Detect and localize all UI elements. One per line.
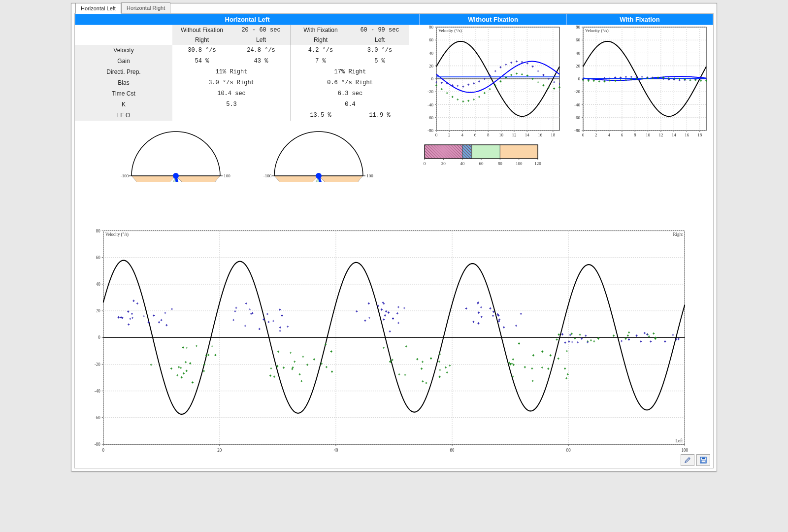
summary-title: Horizontal Left [75,14,420,25]
svg-text:0: 0 [435,133,438,137]
svg-text:60: 60 [450,448,455,453]
svg-rect-107 [472,145,500,159]
gauges: -100-75-50-250255075100 -100-75-50-25025… [75,123,420,182]
edit-button[interactable] [681,454,694,466]
svg-text:40: 40 [96,282,100,287]
tab-bar: Horizontal Left Horizontal Right [75,2,170,13]
svg-rect-108 [500,145,538,159]
val-k2: 0.4 [291,99,410,110]
svg-text:20: 20 [441,161,446,166]
hdr-f-range: 60 - 99 sec [350,25,409,35]
big-plot: -80-60-40-20020406080020406080100Velocit… [84,228,704,457]
row-k: K [75,99,172,110]
svg-text:Velocity (°/s): Velocity (°/s) [438,28,462,33]
svg-text:-100: -100 [263,173,272,178]
row-bias: Bias [75,77,172,88]
svg-text:0: 0 [98,335,100,340]
svg-text:-20: -20 [427,89,433,94]
svg-text:-80: -80 [95,442,100,447]
save-button[interactable] [696,454,710,466]
hdr-left-1: Left [231,35,291,45]
tab-horizontal-left[interactable]: Horizontal Left [75,3,121,14]
svg-text:80: 80 [429,25,434,30]
mini-without: Without Fixation -80-60-40-2002040608002… [420,14,566,182]
svg-text:8: 8 [634,133,636,137]
svg-text:100: 100 [366,173,373,178]
val-bias1: 3.0 °/s Right [172,77,291,88]
footer-toolbar [681,454,710,466]
svg-rect-106 [462,145,472,159]
svg-text:40: 40 [333,448,338,453]
hdr-left-2: Left [350,35,409,45]
svg-text:6: 6 [621,133,624,137]
svg-text:-60: -60 [574,115,580,120]
val-bias2: 0.6 °/s Right [291,77,410,88]
floppy-icon [700,457,707,464]
svg-text:80: 80 [566,448,571,453]
svg-text:-60: -60 [95,415,100,420]
svg-text:Right: Right [673,232,683,237]
gauge-with: -100-75-50-250255075100 [257,123,380,182]
svg-text:-20: -20 [95,362,100,366]
svg-rect-104 [425,145,462,159]
gauge-without: -100-75-50-250255075100 [114,123,237,182]
svg-text:-40: -40 [574,102,580,107]
svg-text:0: 0 [582,133,585,137]
val-vel-l1: 24.8 °/s [231,45,291,56]
svg-text:16: 16 [538,133,543,137]
row-velocity: Velocity [75,45,172,56]
svg-text:20: 20 [576,64,581,68]
svg-text:10: 10 [646,133,651,137]
svg-text:0: 0 [578,76,581,81]
svg-text:4: 4 [461,133,463,137]
row-gain: Gain [75,56,172,66]
app-window: Horizontal Left Horizontal Right Horizon… [71,3,717,472]
svg-text:Left: Left [675,438,683,443]
val-k1: 5.3 [172,99,291,110]
svg-text:6: 6 [474,133,477,137]
svg-text:10: 10 [499,133,504,137]
svg-text:-100: -100 [121,173,129,178]
mini-with-title: With Fixation [566,14,713,25]
val-vel-r2: 4.2 °/s [291,45,351,56]
svg-text:14: 14 [672,133,677,137]
svg-text:100: 100 [224,173,230,178]
svg-text:14: 14 [525,133,530,137]
svg-text:12: 12 [658,133,663,137]
summary-table: Without Fixation 20 - 60 sec With Fixati… [75,25,409,121]
svg-text:8: 8 [487,133,490,137]
val-tc2: 6.3 sec [291,88,410,99]
svg-text:0: 0 [424,161,426,166]
val-dp1: 11% Right [172,66,291,77]
svg-text:-20: -20 [574,89,580,94]
svg-text:20: 20 [429,64,434,68]
svg-text:100: 100 [682,448,689,453]
svg-text:Velocity (°/s): Velocity (°/s) [105,232,129,237]
svg-text:80: 80 [498,161,503,166]
svg-text:0: 0 [431,76,434,81]
val-ifo-l2: 11.9 % [350,110,409,121]
svg-text:40: 40 [429,51,434,56]
svg-text:20: 20 [96,308,100,313]
svg-text:Velocity (°/s): Velocity (°/s) [585,28,609,33]
svg-text:-60: -60 [427,115,433,120]
svg-text:12: 12 [512,133,516,137]
row-dp: Directi. Prep. [75,66,172,77]
svg-text:80: 80 [96,228,100,233]
svg-text:2: 2 [448,133,451,137]
color-legend-bar: 020406080100120 [420,140,562,174]
svg-text:120: 120 [534,161,541,166]
mini-with: With Fixation -80-60-40-2002040608002468… [566,14,713,182]
tab-horizontal-right[interactable]: Horizontal Right [121,2,170,13]
svg-text:18: 18 [697,133,702,137]
svg-text:100: 100 [516,161,523,166]
svg-text:40: 40 [576,51,581,56]
val-gain-l2: 5 % [350,56,409,66]
svg-text:80: 80 [576,25,581,30]
svg-text:-40: -40 [427,102,433,107]
val-tc1: 10.4 sec [172,88,291,99]
svg-text:60: 60 [576,37,581,42]
svg-point-20 [173,173,179,179]
svg-text:0: 0 [102,448,104,453]
svg-text:60: 60 [96,255,100,260]
